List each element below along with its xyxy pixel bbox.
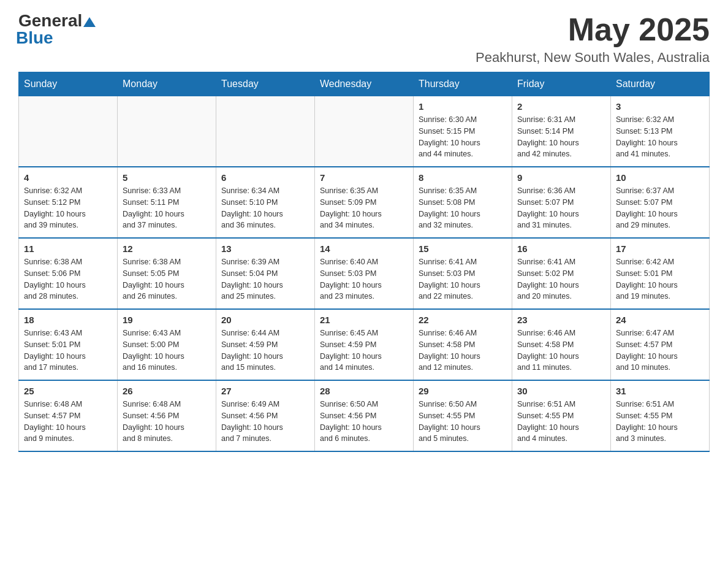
calendar-cell: 28Sunrise: 6:50 AMSunset: 4:56 PMDayligh… bbox=[315, 380, 414, 451]
day-number: 26 bbox=[123, 386, 211, 396]
day-number: 29 bbox=[419, 386, 507, 396]
day-number: 31 bbox=[616, 386, 704, 396]
day-info: Sunrise: 6:48 AMSunset: 4:57 PMDaylight:… bbox=[24, 399, 112, 445]
day-info: Sunrise: 6:32 AMSunset: 5:12 PMDaylight:… bbox=[24, 185, 112, 231]
calendar-cell bbox=[216, 96, 315, 167]
calendar-cell: 1Sunrise: 6:30 AMSunset: 5:15 PMDaylight… bbox=[414, 96, 512, 167]
calendar-cell: 13Sunrise: 6:39 AMSunset: 5:04 PMDayligh… bbox=[216, 238, 315, 309]
day-info: Sunrise: 6:45 AMSunset: 4:59 PMDaylight:… bbox=[320, 327, 408, 373]
day-info: Sunrise: 6:35 AMSunset: 5:08 PMDaylight:… bbox=[419, 185, 507, 231]
day-info: Sunrise: 6:33 AMSunset: 5:11 PMDaylight:… bbox=[123, 185, 211, 231]
calendar-cell: 5Sunrise: 6:33 AMSunset: 5:11 PMDaylight… bbox=[118, 167, 216, 238]
day-info: Sunrise: 6:31 AMSunset: 5:14 PMDaylight:… bbox=[517, 114, 605, 160]
day-number: 8 bbox=[419, 172, 507, 183]
calendar-cell: 31Sunrise: 6:51 AMSunset: 4:55 PMDayligh… bbox=[611, 380, 710, 451]
calendar-cell: 26Sunrise: 6:48 AMSunset: 4:56 PMDayligh… bbox=[118, 380, 216, 451]
calendar-header-row: SundayMondayTuesdayWednesdayThursdayFrid… bbox=[19, 72, 710, 96]
day-number: 20 bbox=[221, 315, 309, 325]
day-info: Sunrise: 6:51 AMSunset: 4:55 PMDaylight:… bbox=[517, 399, 605, 445]
logo: General Blue bbox=[18, 12, 96, 47]
day-number: 16 bbox=[517, 243, 605, 254]
calendar-cell: 30Sunrise: 6:51 AMSunset: 4:55 PMDayligh… bbox=[512, 380, 611, 451]
calendar-cell: 8Sunrise: 6:35 AMSunset: 5:08 PMDaylight… bbox=[414, 167, 512, 238]
calendar-cell: 3Sunrise: 6:32 AMSunset: 5:13 PMDaylight… bbox=[611, 96, 710, 167]
day-number: 3 bbox=[616, 101, 704, 112]
day-info: Sunrise: 6:36 AMSunset: 5:07 PMDaylight:… bbox=[517, 185, 605, 231]
day-info: Sunrise: 6:50 AMSunset: 4:56 PMDaylight:… bbox=[320, 399, 408, 445]
day-info: Sunrise: 6:51 AMSunset: 4:55 PMDaylight:… bbox=[616, 399, 704, 445]
day-number: 4 bbox=[24, 172, 112, 183]
calendar-cell: 21Sunrise: 6:45 AMSunset: 4:59 PMDayligh… bbox=[315, 309, 414, 380]
day-number: 15 bbox=[419, 243, 507, 254]
day-info: Sunrise: 6:30 AMSunset: 5:15 PMDaylight:… bbox=[419, 114, 507, 160]
day-info: Sunrise: 6:43 AMSunset: 5:01 PMDaylight:… bbox=[24, 327, 112, 373]
day-info: Sunrise: 6:39 AMSunset: 5:04 PMDaylight:… bbox=[221, 256, 309, 302]
calendar-cell: 17Sunrise: 6:42 AMSunset: 5:01 PMDayligh… bbox=[611, 238, 710, 309]
day-number: 25 bbox=[24, 386, 112, 396]
calendar-cell: 18Sunrise: 6:43 AMSunset: 5:01 PMDayligh… bbox=[19, 309, 118, 380]
day-number: 13 bbox=[221, 243, 309, 254]
calendar-cell: 16Sunrise: 6:41 AMSunset: 5:02 PMDayligh… bbox=[512, 238, 611, 309]
header-day-sunday: Sunday bbox=[19, 72, 118, 96]
calendar-cell: 14Sunrise: 6:40 AMSunset: 5:03 PMDayligh… bbox=[315, 238, 414, 309]
day-number: 12 bbox=[123, 243, 211, 254]
day-number: 30 bbox=[517, 386, 605, 396]
day-info: Sunrise: 6:47 AMSunset: 4:57 PMDaylight:… bbox=[616, 327, 704, 373]
day-info: Sunrise: 6:35 AMSunset: 5:09 PMDaylight:… bbox=[320, 185, 408, 231]
day-number: 1 bbox=[419, 101, 507, 112]
day-number: 24 bbox=[616, 315, 704, 325]
header-day-monday: Monday bbox=[118, 72, 216, 96]
month-title: May 2025 bbox=[476, 12, 710, 47]
day-number: 7 bbox=[320, 172, 408, 183]
day-number: 10 bbox=[616, 172, 704, 183]
day-info: Sunrise: 6:38 AMSunset: 5:06 PMDaylight:… bbox=[24, 256, 112, 302]
header-day-saturday: Saturday bbox=[611, 72, 710, 96]
day-info: Sunrise: 6:41 AMSunset: 5:03 PMDaylight:… bbox=[419, 256, 507, 302]
calendar-week-row: 18Sunrise: 6:43 AMSunset: 5:01 PMDayligh… bbox=[19, 309, 710, 380]
calendar-cell: 11Sunrise: 6:38 AMSunset: 5:06 PMDayligh… bbox=[19, 238, 118, 309]
logo-general-text: General bbox=[18, 12, 82, 29]
calendar-cell: 19Sunrise: 6:43 AMSunset: 5:00 PMDayligh… bbox=[118, 309, 216, 380]
calendar-cell: 27Sunrise: 6:49 AMSunset: 4:56 PMDayligh… bbox=[216, 380, 315, 451]
day-number: 11 bbox=[24, 243, 112, 254]
day-number: 6 bbox=[221, 172, 309, 183]
calendar-cell: 15Sunrise: 6:41 AMSunset: 5:03 PMDayligh… bbox=[414, 238, 512, 309]
calendar-week-row: 4Sunrise: 6:32 AMSunset: 5:12 PMDaylight… bbox=[19, 167, 710, 238]
calendar-cell: 20Sunrise: 6:44 AMSunset: 4:59 PMDayligh… bbox=[216, 309, 315, 380]
day-number: 18 bbox=[24, 315, 112, 325]
day-number: 19 bbox=[123, 315, 211, 325]
calendar-cell: 6Sunrise: 6:34 AMSunset: 5:10 PMDaylight… bbox=[216, 167, 315, 238]
calendar-cell: 2Sunrise: 6:31 AMSunset: 5:14 PMDaylight… bbox=[512, 96, 611, 167]
day-info: Sunrise: 6:40 AMSunset: 5:03 PMDaylight:… bbox=[320, 256, 408, 302]
calendar-cell: 9Sunrise: 6:36 AMSunset: 5:07 PMDaylight… bbox=[512, 167, 611, 238]
calendar-week-row: 1Sunrise: 6:30 AMSunset: 5:15 PMDaylight… bbox=[19, 96, 710, 167]
day-info: Sunrise: 6:38 AMSunset: 5:05 PMDaylight:… bbox=[123, 256, 211, 302]
calendar-cell: 7Sunrise: 6:35 AMSunset: 5:09 PMDaylight… bbox=[315, 167, 414, 238]
calendar-cell: 25Sunrise: 6:48 AMSunset: 4:57 PMDayligh… bbox=[19, 380, 118, 451]
day-number: 21 bbox=[320, 315, 408, 325]
day-info: Sunrise: 6:43 AMSunset: 5:00 PMDaylight:… bbox=[123, 327, 211, 373]
calendar-cell bbox=[315, 96, 414, 167]
calendar-cell bbox=[118, 96, 216, 167]
day-info: Sunrise: 6:49 AMSunset: 4:56 PMDaylight:… bbox=[221, 399, 309, 445]
day-info: Sunrise: 6:46 AMSunset: 4:58 PMDaylight:… bbox=[517, 327, 605, 373]
day-info: Sunrise: 6:37 AMSunset: 5:07 PMDaylight:… bbox=[616, 185, 704, 231]
calendar-cell: 24Sunrise: 6:47 AMSunset: 4:57 PMDayligh… bbox=[611, 309, 710, 380]
day-number: 17 bbox=[616, 243, 704, 254]
calendar-cell: 22Sunrise: 6:46 AMSunset: 4:58 PMDayligh… bbox=[414, 309, 512, 380]
day-info: Sunrise: 6:48 AMSunset: 4:56 PMDaylight:… bbox=[123, 399, 211, 445]
day-number: 9 bbox=[517, 172, 605, 183]
day-number: 23 bbox=[517, 315, 605, 325]
day-info: Sunrise: 6:32 AMSunset: 5:13 PMDaylight:… bbox=[616, 114, 704, 160]
day-info: Sunrise: 6:44 AMSunset: 4:59 PMDaylight:… bbox=[221, 327, 309, 373]
calendar-table: SundayMondayTuesdayWednesdayThursdayFrid… bbox=[18, 72, 710, 452]
day-info: Sunrise: 6:41 AMSunset: 5:02 PMDaylight:… bbox=[517, 256, 605, 302]
day-info: Sunrise: 6:46 AMSunset: 4:58 PMDaylight:… bbox=[419, 327, 507, 373]
calendar-cell: 29Sunrise: 6:50 AMSunset: 4:55 PMDayligh… bbox=[414, 380, 512, 451]
header-day-wednesday: Wednesday bbox=[315, 72, 414, 96]
day-info: Sunrise: 6:50 AMSunset: 4:55 PMDaylight:… bbox=[419, 399, 507, 445]
day-number: 27 bbox=[221, 386, 309, 396]
location-title: Peakhurst, New South Wales, Australia bbox=[476, 50, 710, 66]
day-number: 5 bbox=[123, 172, 211, 183]
header-day-friday: Friday bbox=[512, 72, 611, 96]
